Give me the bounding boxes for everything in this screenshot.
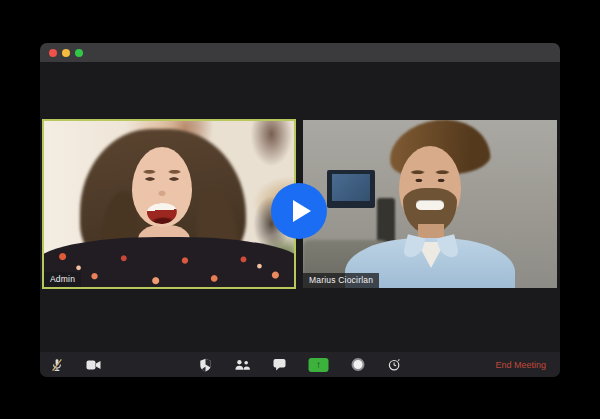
toolbar-center-group: ↑: [198, 352, 403, 377]
video-feed-marius: [303, 120, 557, 288]
scene-art-monitor-screen: [332, 174, 370, 201]
mute-button[interactable]: [49, 352, 65, 377]
screenshot-background: Admin Marius Ciocirlan: [0, 0, 600, 419]
video-feed-admin: [44, 121, 294, 287]
zoom-window-button[interactable]: [75, 49, 83, 57]
end-meeting-button[interactable]: End Meeting: [495, 352, 546, 377]
chat-button[interactable]: [272, 352, 288, 377]
minimize-window-button[interactable]: [62, 49, 70, 57]
reactions-button[interactable]: [387, 352, 403, 377]
play-icon: [293, 200, 311, 222]
start-video-button[interactable]: [85, 352, 101, 377]
record-button[interactable]: [350, 352, 366, 377]
participant-name-tag: Admin: [44, 272, 81, 288]
record-icon: [351, 358, 364, 371]
close-window-button[interactable]: [49, 49, 57, 57]
scene-art-smile: [416, 200, 444, 210]
play-button[interactable]: [271, 183, 327, 239]
share-screen-button[interactable]: ↑: [309, 358, 329, 372]
share-screen-icon: ↑: [316, 360, 321, 370]
video-camera-icon: [86, 359, 101, 371]
security-button[interactable]: [198, 352, 214, 377]
clock-icon: [388, 358, 402, 372]
participants-icon: [235, 359, 251, 371]
participant-name-tag: Marius Ciocirlan: [303, 273, 379, 289]
shield-icon: [199, 358, 213, 372]
mic-muted-icon: [50, 358, 64, 372]
video-tile-marius: Marius Ciocirlan: [303, 120, 557, 288]
titlebar: [40, 43, 560, 62]
toolbar-left-group: [49, 352, 101, 377]
video-tile-admin: Admin: [42, 119, 296, 289]
meeting-toolbar: ↑ End Meeting: [40, 352, 560, 377]
participants-button[interactable]: [235, 352, 251, 377]
chat-bubble-icon: [273, 358, 287, 371]
